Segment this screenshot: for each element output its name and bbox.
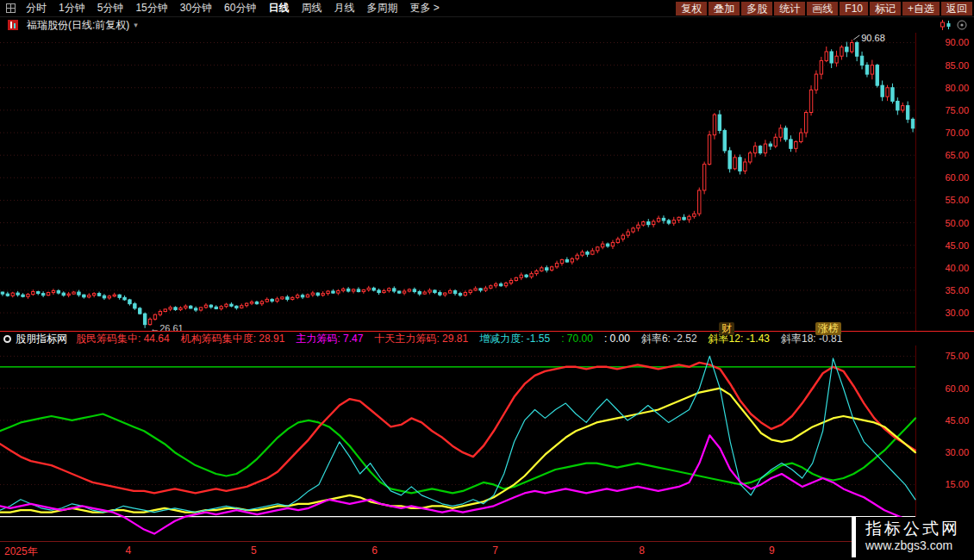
indicator-source-label: 股朋指标网 [16, 332, 67, 346]
toolbar-button-draw-line[interactable]: 画线 [807, 2, 838, 16]
indicator-chart[interactable]: 75.0060.0045.0030.0015.00 [0, 345, 974, 541]
time-axis: 2025年 456789 [0, 541, 974, 560]
period-tab-10[interactable]: 多周期 [360, 0, 403, 16]
svg-text:45.00: 45.00 [945, 240, 969, 251]
period-tab-7[interactable]: 日线 [262, 0, 295, 16]
indicator-value-5: : 70.00 [561, 333, 593, 345]
toolbar-button-mark[interactable]: 标记 [870, 2, 901, 16]
app-logo-icon [3, 20, 22, 30]
indicator-values: 股民筹码集中: 44.64机构筹码集中度: 28.91主力筹码: 7.47十天主… [76, 332, 853, 346]
indicator-value-0: 股民筹码集中: 44.64 [76, 333, 170, 345]
svg-text:75.00: 75.00 [945, 351, 969, 361]
svg-text:60.00: 60.00 [945, 383, 969, 394]
month-label-4: 4 [125, 544, 131, 557]
period-tab-11[interactable]: 更多 > [403, 0, 445, 16]
watermark-url: www.zbgs3.com [865, 538, 960, 553]
indicator-source-icon[interactable] [3, 335, 11, 343]
svg-text:40.00: 40.00 [945, 263, 969, 273]
main-chart-area: 90.0085.0080.0075.0070.0065.0060.0055.00… [0, 33, 974, 331]
main-candlestick-chart[interactable]: 90.0085.0080.0075.0070.0065.0060.0055.00… [0, 33, 974, 331]
svg-text:70.00: 70.00 [945, 128, 969, 138]
indicator-value-8: 斜率12: -1.43 [709, 333, 770, 345]
toolbar-period-group: 分时1分钟5分钟15分钟30分钟60分钟日线周线月线多周期更多 > [2, 0, 446, 16]
target-icon[interactable] [957, 20, 967, 30]
toolbar-button-overlay[interactable]: 叠加 [709, 2, 740, 16]
site-watermark: 指标公式网 www.zbgs3.com [852, 517, 974, 557]
month-label-5: 5 [251, 544, 257, 557]
svg-text:35.00: 35.00 [945, 285, 969, 296]
svg-text:85.00: 85.00 [945, 60, 969, 71]
layout-grid-icon[interactable] [2, 3, 20, 13]
indicator-value-3: 十天主力筹码: 29.81 [374, 333, 468, 345]
period-tab-4[interactable]: 15分钟 [129, 0, 173, 16]
watermark-title: 指标公式网 [865, 520, 960, 538]
indicator-value-4: 增减力度: -1.55 [479, 333, 550, 345]
svg-text:50.00: 50.00 [945, 218, 969, 228]
period-tab-8[interactable]: 周线 [295, 0, 328, 16]
toolbar-button-f10[interactable]: F10 [840, 2, 868, 16]
toolbar-button-back[interactable]: 返回 [941, 2, 972, 16]
toolbar-button-add-favorite[interactable]: +自选 [902, 2, 940, 16]
svg-text:90.68: 90.68 [861, 33, 885, 43]
month-label-8: 8 [639, 544, 645, 557]
indicator-value-7: 斜率6: -2.52 [641, 333, 697, 345]
period-tab-9[interactable]: 月线 [328, 0, 360, 16]
svg-text:30.00: 30.00 [945, 447, 969, 457]
indicator-value-2: 主力筹码: 7.47 [296, 333, 363, 345]
period-tab-2[interactable]: 1分钟 [53, 0, 91, 16]
toolbar-button-restore-rights[interactable]: 复权 [676, 2, 707, 16]
svg-text:←26.61: ←26.61 [150, 323, 184, 331]
toolbar-button-multi-stock[interactable]: 多股 [741, 2, 772, 16]
period-tab-1[interactable]: 分时 [20, 0, 53, 16]
indicator-chart-area: 75.0060.0045.0030.0015.00 [0, 345, 974, 541]
tag-zhangbang[interactable]: 涨榜 [815, 322, 841, 335]
month-label-9: 9 [769, 544, 775, 557]
svg-text:90.00: 90.00 [945, 37, 969, 47]
svg-text:65.00: 65.00 [945, 150, 969, 160]
stock-title: 福瑞股份(日线:前复权) [27, 18, 129, 33]
kline-style-icon[interactable] [940, 20, 952, 30]
period-tab-3[interactable]: 5分钟 [91, 0, 130, 16]
indicator-value-6: : 0.00 [604, 333, 630, 345]
tag-cai[interactable]: 财 [719, 322, 734, 335]
svg-text:45.00: 45.00 [945, 415, 969, 426]
series-主力筹码 [0, 356, 915, 512]
month-label-6: 6 [371, 544, 378, 557]
indicator-value-1: 机构筹码集中度: 28.91 [181, 333, 285, 345]
month-label-7: 7 [492, 544, 498, 557]
titlebar: 福瑞股份(日线:前复权) ▾ [0, 17, 974, 33]
period-tab-6[interactable]: 60分钟 [218, 0, 262, 16]
chevron-down-icon[interactable]: ▾ [134, 21, 138, 29]
toolbar: 分时1分钟5分钟15分钟30分钟60分钟日线周线月线多周期更多 > 复权叠加多股… [0, 0, 974, 17]
year-label: 2025年 [4, 544, 38, 559]
toolbar-button-group: 复权叠加多股统计画线F10标记+自选返回 [676, 2, 972, 16]
period-tab-5[interactable]: 30分钟 [174, 0, 218, 16]
svg-text:75.00: 75.00 [945, 105, 969, 115]
svg-text:60.00: 60.00 [945, 172, 969, 183]
svg-text:80.00: 80.00 [945, 83, 969, 93]
svg-text:55.00: 55.00 [945, 195, 969, 205]
candles-group [1, 40, 915, 328]
svg-text:30.00: 30.00 [945, 308, 969, 318]
toolbar-button-statistics[interactable]: 统计 [774, 2, 805, 16]
svg-text:15.00: 15.00 [945, 479, 969, 489]
